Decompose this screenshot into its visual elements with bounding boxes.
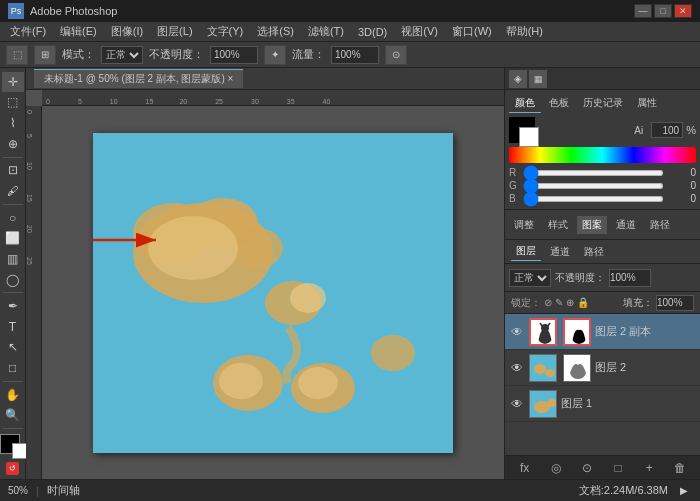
menu-image[interactable]: 图像(I) xyxy=(105,22,149,41)
rect-select-tool[interactable]: ⬚ xyxy=(2,93,24,113)
layers-footer: fx ◎ ⊙ □ + 🗑 xyxy=(505,455,700,479)
layer-mask-btn[interactable]: ◎ xyxy=(546,459,566,477)
lock-all-btn[interactable]: 🔒 xyxy=(577,297,589,308)
opacity-input[interactable] xyxy=(210,46,258,64)
eyedropper-tool[interactable]: 🖋 xyxy=(2,181,24,201)
layer-thumb-svg-1 xyxy=(530,355,557,382)
color-percent-input[interactable] xyxy=(651,122,683,138)
text-tool[interactable]: T xyxy=(2,317,24,337)
eraser-tool[interactable]: ⬜ xyxy=(2,228,24,248)
layers-tab-paths[interactable]: 路径 xyxy=(579,243,609,261)
path-select-tool[interactable]: ↖ xyxy=(2,338,24,358)
status-arrow-btn[interactable]: ▶ xyxy=(676,483,692,499)
status-bar: 50% | 时间轴 文档:2.24M/6.38M ▶ xyxy=(0,479,700,501)
color-panel: 颜色 色板 历史记录 属性 Ai % R xyxy=(505,90,700,210)
layer-delete-btn[interactable]: 🗑 xyxy=(670,459,690,477)
pressure-btn[interactable]: ⊙ xyxy=(385,45,407,65)
layer-item-2[interactable]: 👁 图层 1 xyxy=(505,386,700,422)
g-slider[interactable] xyxy=(523,183,664,189)
layer-fx-btn[interactable]: fx xyxy=(515,459,535,477)
adj-tab-pattern[interactable]: 图案 xyxy=(577,216,607,234)
lock-position-btn[interactable]: ⊕ xyxy=(566,297,574,308)
foreground-color-swatch[interactable] xyxy=(509,117,535,143)
layers-tab-layers[interactable]: 图层 xyxy=(511,242,541,261)
left-toolbar: ✛ ⬚ ⌇ ⊕ ⊡ 🖋 ○ ⬜ ▥ ◯ ✒ T ↖ □ ✋ 🔍 ↺ xyxy=(0,68,26,479)
color-swatch-area[interactable] xyxy=(0,434,28,459)
menu-filter[interactable]: 滤镜(T) xyxy=(302,22,350,41)
gradient-picker-btn[interactable]: ▦ xyxy=(529,70,547,88)
opacity-value-input[interactable] xyxy=(609,269,651,287)
mode-select[interactable]: 正常 xyxy=(101,46,143,64)
brush-tool[interactable]: ○ xyxy=(2,208,24,228)
shape-tool[interactable]: □ xyxy=(2,358,24,378)
menu-3d[interactable]: 3D(D) xyxy=(352,24,393,40)
maximize-button[interactable]: □ xyxy=(654,4,672,18)
layer-eye-1[interactable]: 👁 xyxy=(509,360,525,376)
adj-tab-style[interactable]: 样式 xyxy=(543,216,573,234)
move-tool[interactable]: ✛ xyxy=(2,72,24,92)
layer-thumb-2 xyxy=(529,390,557,418)
pen-tool[interactable]: ✒ xyxy=(2,296,24,316)
menu-file[interactable]: 文件(F) xyxy=(4,22,52,41)
layer-eye-2[interactable]: 👁 xyxy=(509,396,525,412)
r-value: 0 xyxy=(668,167,696,178)
options-btn-1[interactable]: ⬚ xyxy=(6,45,28,65)
menu-help[interactable]: 帮助(H) xyxy=(500,22,549,41)
tab-properties[interactable]: 属性 xyxy=(631,94,663,113)
titlebar-left: Ps Adobe Photoshop xyxy=(8,3,117,19)
svg-point-11 xyxy=(371,335,415,371)
blend-mode-select[interactable]: 正常 xyxy=(509,269,551,287)
lock-paint-btn[interactable]: ✎ xyxy=(555,297,563,308)
b-label: B xyxy=(509,193,519,204)
quick-select-tool[interactable]: ⊕ xyxy=(2,134,24,154)
right-panel: ◈ ▦ 颜色 色板 历史记录 属性 Ai % xyxy=(504,68,700,479)
menu-layer[interactable]: 图层(L) xyxy=(151,22,198,41)
doc-info: 文档:2.24M/6.38M xyxy=(579,483,668,498)
layer-eye-0[interactable]: 👁 xyxy=(509,324,525,340)
lock-transparency-btn[interactable]: ⊘ xyxy=(544,297,552,308)
color-panel-tabs: 颜色 色板 历史记录 属性 xyxy=(509,94,696,113)
layer-item-0[interactable]: 👁 xyxy=(505,314,700,350)
close-button[interactable]: ✕ xyxy=(674,4,692,18)
color-picker-btn[interactable]: ◈ xyxy=(509,70,527,88)
layer-group-btn[interactable]: □ xyxy=(608,459,628,477)
menubar: 文件(F) 编辑(E) 图像(I) 图层(L) 文字(Y) 选择(S) 滤镜(T… xyxy=(0,22,700,42)
b-slider[interactable] xyxy=(523,196,664,202)
hand-tool[interactable]: ✋ xyxy=(2,385,24,405)
minimize-button[interactable]: — xyxy=(634,4,652,18)
adj-tab-adjust[interactable]: 调整 xyxy=(509,216,539,234)
color-spectrum[interactable] xyxy=(509,147,696,163)
gradient-tool[interactable]: ▥ xyxy=(2,249,24,269)
tool-sep-4 xyxy=(3,381,23,382)
menu-text[interactable]: 文字(Y) xyxy=(201,22,250,41)
r-slider[interactable] xyxy=(523,170,664,176)
menu-window[interactable]: 窗口(W) xyxy=(446,22,498,41)
airbrush-btn[interactable]: ✦ xyxy=(264,45,286,65)
switch-colors-btn[interactable]: ↺ xyxy=(6,462,19,475)
background-color-swatch[interactable] xyxy=(519,127,539,147)
fill-value-input[interactable] xyxy=(656,295,694,311)
tab-swatches[interactable]: 色板 xyxy=(543,94,575,113)
lasso-tool[interactable]: ⌇ xyxy=(2,113,24,133)
menu-view[interactable]: 视图(V) xyxy=(395,22,444,41)
crop-tool[interactable]: ⊡ xyxy=(2,161,24,181)
layer-name-1: 图层 2 xyxy=(595,360,696,375)
layer-new-btn[interactable]: + xyxy=(639,459,659,477)
document-tab[interactable]: 未标题-1 @ 50% (图层 2 副本, 图层蒙版) × xyxy=(34,69,243,88)
layers-tab-channels[interactable]: 通道 xyxy=(545,243,575,261)
menu-select[interactable]: 选择(S) xyxy=(251,22,300,41)
adj-tab-channel[interactable]: 通道 xyxy=(611,216,641,234)
dodge-tool[interactable]: ◯ xyxy=(2,270,24,290)
options-btn-2[interactable]: ⊞ xyxy=(34,45,56,65)
color-controls-row: Ai % xyxy=(509,117,696,143)
layer-adj-btn[interactable]: ⊙ xyxy=(577,459,597,477)
adj-tab-path[interactable]: 路径 xyxy=(645,216,675,234)
canvas-svg xyxy=(93,133,453,453)
flow-input[interactable] xyxy=(331,46,379,64)
menu-edit[interactable]: 编辑(E) xyxy=(54,22,103,41)
window-controls[interactable]: — □ ✕ xyxy=(634,4,692,18)
zoom-tool[interactable]: 🔍 xyxy=(2,405,24,425)
tab-color[interactable]: 颜色 xyxy=(509,94,541,113)
tab-history[interactable]: 历史记录 xyxy=(577,94,629,113)
layer-item-1[interactable]: 👁 图层 2 xyxy=(505,350,700,386)
